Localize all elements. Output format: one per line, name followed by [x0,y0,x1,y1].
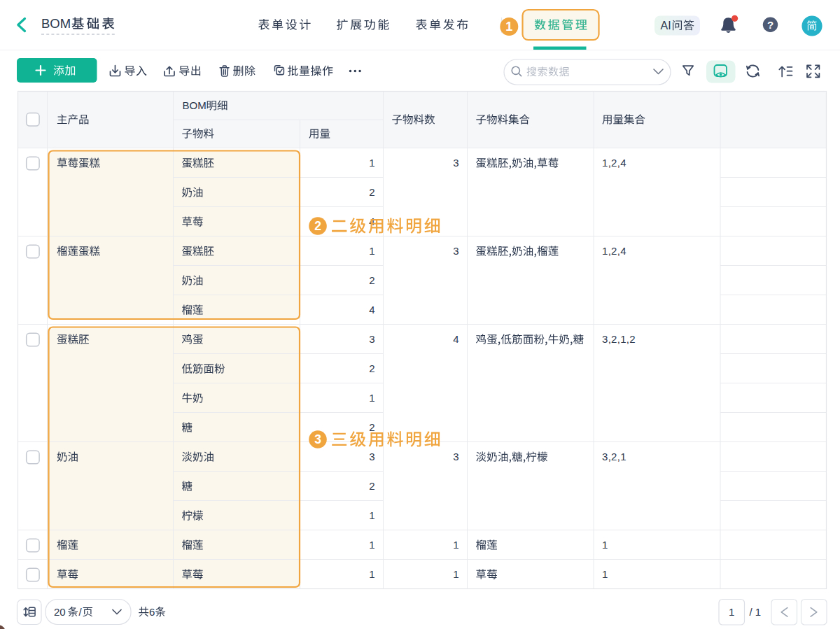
svg-text:4: 4 [369,304,374,316]
svg-text:2: 2 [369,274,374,286]
svg-text:3: 3 [314,432,321,446]
svg-text:2: 2 [369,186,374,198]
svg-text:1: 1 [369,245,374,257]
svg-text:3: 3 [369,451,374,462]
svg-text:3: 3 [453,451,458,462]
svg-text:2: 2 [369,421,374,433]
svg-text:1: 1 [729,606,734,618]
svg-text:2: 2 [314,219,321,233]
svg-text:1: 1 [505,20,512,34]
svg-text:3,2,1: 3,2,1 [602,451,626,462]
svg-text:1,2,4: 1,2,4 [602,245,626,257]
svg-text:1: 1 [369,568,374,580]
svg-text:1: 1 [453,539,458,551]
svg-text:1,2,4: 1,2,4 [602,157,626,169]
svg-text:3: 3 [369,333,374,345]
svg-text:3,2,1,2: 3,2,1,2 [602,333,636,345]
svg-text:1: 1 [369,392,374,404]
svg-text:1: 1 [369,539,374,551]
svg-text:3: 3 [453,245,458,257]
svg-text:1: 1 [602,568,608,580]
svg-text:20: 20 [54,606,66,618]
svg-text:1: 1 [369,157,374,169]
svg-text:1: 1 [369,509,374,521]
svg-text:?: ? [767,19,774,31]
svg-text:AI: AI [661,20,671,31]
svg-text:2: 2 [369,362,374,374]
svg-text:/ 1: / 1 [750,606,762,618]
svg-text:1: 1 [453,568,458,580]
svg-text:BOM: BOM [41,16,71,31]
svg-text:BOM: BOM [183,99,206,111]
svg-text:3: 3 [453,157,458,169]
svg-text:6: 6 [149,606,155,618]
svg-text:4: 4 [453,333,458,345]
svg-text:1: 1 [602,539,608,551]
svg-text:2: 2 [369,480,374,492]
